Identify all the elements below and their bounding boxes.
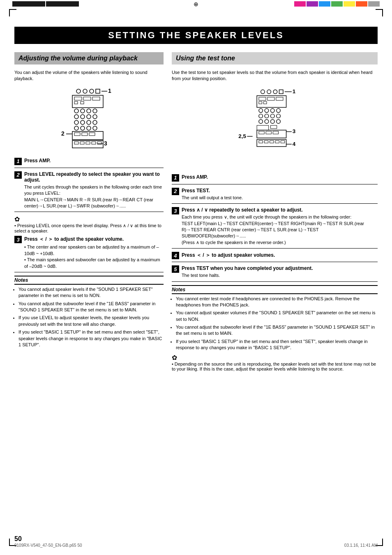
left-step1-title: Press AMP.	[24, 158, 164, 164]
svg-rect-33	[89, 133, 95, 136]
svg-rect-73	[259, 131, 264, 134]
svg-rect-74	[266, 131, 271, 134]
svg-point-58	[259, 114, 263, 118]
svg-point-60	[271, 114, 275, 118]
svg-point-15	[93, 109, 97, 113]
left-step3-body: • The center and rear speakers can be ad…	[24, 244, 164, 269]
right-step5-body: The test tone halts.	[182, 272, 378, 279]
right-section-header: Using the test tone	[172, 52, 378, 64]
svg-rect-38	[80, 142, 84, 144]
right-step-num-3: 3	[172, 207, 179, 214]
svg-text:2: 2	[61, 130, 65, 137]
svg-point-12	[74, 109, 78, 113]
svg-point-59	[265, 114, 269, 118]
svg-point-26	[87, 126, 91, 130]
svg-rect-52	[259, 101, 262, 104]
footer-left: 0109RX-V540_47-50_EN-GB.p65 50	[14, 543, 82, 548]
right-note-1: You cannot enter test mode if headphones…	[176, 296, 378, 309]
left-step3-title: Press ＜ / ＞ to adjust the speaker volume…	[24, 236, 164, 243]
right-step5-title: Press TEST when you have completed your …	[182, 265, 378, 271]
svg-point-27	[93, 126, 97, 130]
svg-rect-31	[74, 133, 80, 136]
left-notes-list: You cannot adjust speaker levels if the …	[14, 286, 164, 348]
svg-text:2,5: 2,5	[239, 133, 247, 139]
corner-mark-tl	[9, 9, 16, 16]
svg-rect-45	[279, 90, 284, 94]
svg-point-2	[90, 89, 94, 93]
right-step2-title: Press TEST.	[182, 188, 378, 193]
svg-point-54	[259, 108, 263, 113]
corner-mark-tr	[376, 9, 383, 16]
color-green	[331, 1, 343, 7]
color-gray	[368, 1, 380, 7]
svg-text:1: 1	[293, 88, 296, 94]
svg-point-24	[74, 126, 78, 130]
svg-rect-79	[259, 140, 263, 143]
svg-rect-32	[82, 133, 88, 136]
svg-rect-40	[92, 142, 96, 144]
svg-point-62	[259, 120, 263, 124]
left-step2-body: The unit cycles through the speakers in …	[24, 184, 164, 210]
svg-rect-49	[259, 97, 266, 100]
svg-point-13	[81, 109, 85, 113]
right-tip: ✿ • Depending on the source the unit is …	[172, 354, 378, 371]
right-column: Using the test tone Use the test tone to…	[172, 52, 378, 371]
svg-point-57	[277, 108, 281, 113]
right-step-num-5: 5	[172, 265, 179, 273]
left-step2-title: Press LEVEL repeatedly to select the spe…	[24, 171, 164, 183]
svg-point-44	[274, 90, 278, 94]
right-step-num-4: 4	[172, 252, 179, 259]
top-bar-black-block2	[46, 1, 79, 7]
svg-point-0	[76, 89, 81, 93]
left-tip: ✿ • Pressing LEVEL once opens the level …	[14, 215, 164, 233]
svg-rect-75	[273, 131, 279, 134]
svg-point-55	[265, 108, 269, 113]
right-step-4: 4 Press ＜ / ＞ to adjust speaker volumes.	[172, 252, 378, 262]
left-intro: You can adjust the volume of the speaker…	[14, 69, 164, 82]
left-diagram: 1	[14, 86, 164, 152]
right-note-2: You cannot adjust speaker volumes if the…	[176, 310, 378, 322]
svg-rect-51	[276, 97, 283, 100]
svg-point-1	[83, 89, 87, 93]
right-step-num-1: 1	[172, 174, 179, 182]
main-title: SETTING THE SPEAKER LEVELS	[14, 27, 378, 44]
right-step3-title: Press ∧ / ∨ repeatedly to select a speak…	[182, 207, 378, 213]
svg-point-17	[81, 115, 85, 119]
svg-rect-67	[271, 125, 277, 129]
right-notes-header: Notes	[172, 285, 378, 294]
svg-rect-11	[81, 101, 84, 104]
svg-point-56	[271, 108, 275, 113]
svg-rect-3	[96, 89, 100, 93]
right-step-2: 2 Press TEST. The unit will output a tes…	[172, 188, 378, 204]
svg-rect-80	[265, 140, 269, 143]
color-blue	[319, 1, 330, 7]
left-note-2: You cannot adjust the subwoofer level if…	[18, 301, 164, 313]
right-diagram: 1	[172, 86, 378, 168]
svg-point-16	[74, 115, 78, 119]
svg-point-64	[271, 120, 275, 124]
right-step-num-2: 2	[172, 188, 179, 195]
svg-text:1: 1	[108, 88, 111, 94]
svg-rect-37	[74, 142, 78, 144]
svg-text:4: 4	[293, 141, 296, 147]
svg-rect-82	[275, 140, 279, 143]
svg-rect-7	[74, 97, 82, 100]
top-bar-black-block	[12, 1, 45, 7]
page-number: 50	[14, 535, 22, 543]
svg-rect-39	[86, 142, 90, 144]
svg-rect-8	[83, 97, 91, 100]
svg-point-18	[87, 115, 91, 119]
svg-point-21	[81, 120, 85, 124]
right-step3-body: Each time you press ∨, the unit will cyc…	[182, 214, 378, 246]
right-notes-list: You cannot enter test mode if headphones…	[172, 296, 378, 351]
svg-point-20	[74, 120, 78, 124]
right-step4-title: Press ＜ / ＞ to adjust speaker volumes.	[182, 252, 378, 259]
svg-point-61	[277, 114, 281, 118]
svg-rect-10	[74, 101, 78, 104]
color-orange	[356, 1, 367, 7]
right-step2-body: The unit will output a test tone.	[182, 195, 378, 201]
svg-point-23	[93, 120, 97, 124]
step-num-3: 3	[14, 236, 22, 243]
right-intro: Use the test tone to set speaker levels …	[172, 69, 378, 82]
svg-rect-81	[270, 140, 274, 143]
